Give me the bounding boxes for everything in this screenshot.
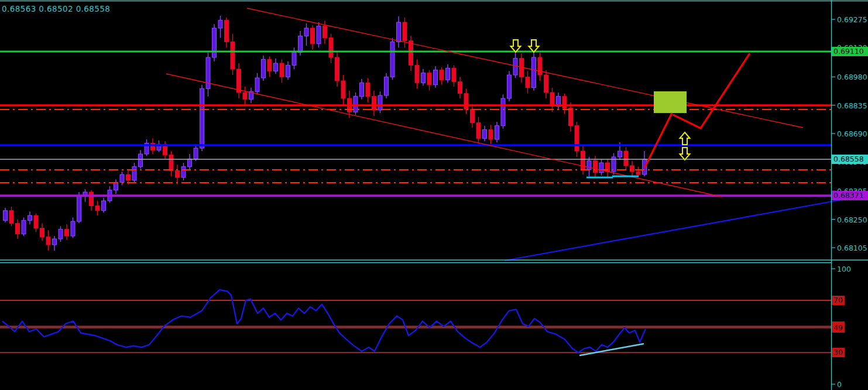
indicator-tick-label: 100 [837, 265, 851, 273]
price-tick-label: 0.68105 [837, 244, 867, 252]
price-tick-label: 0.69275 [837, 15, 867, 24]
rsi-level-marker: 30 [832, 348, 845, 357]
price-axis: 0.692750.691300.689800.688350.686900.685… [0, 0, 868, 390]
rsi-level-marker: 49 [832, 323, 845, 333]
price-tick-label: 0.68980 [837, 73, 867, 81]
price-tick-label: 0.68835 [837, 101, 867, 110]
quote-header: 0.68563 0.68502 0.68558 [2, 4, 110, 13]
rsi-level-marker: 70 [832, 296, 845, 305]
price-level-marker: 0.68558 [832, 155, 868, 164]
price-level-marker: 0.68371 [832, 191, 868, 200]
chart-window: 0.692750.691300.689800.688350.686900.685… [0, 0, 868, 390]
price-level-marker: 0.69110 [832, 47, 868, 56]
price-tick-label: 0.68690 [837, 129, 867, 138]
indicator-tick-label: 0 [837, 380, 842, 389]
price-tick-label: 0.68250 [837, 215, 867, 224]
